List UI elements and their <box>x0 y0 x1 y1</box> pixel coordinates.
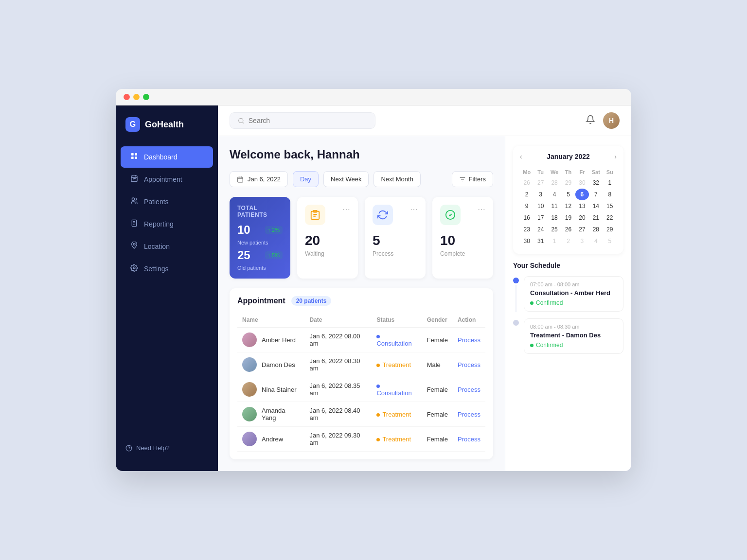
maximize-dot[interactable] <box>143 94 149 100</box>
calendar-day[interactable]: 5 <box>603 235 617 247</box>
calendar-day[interactable]: 18 <box>548 212 561 224</box>
complete-label: Complete <box>440 250 485 257</box>
next-week-filter-button[interactable]: Next Week <box>323 171 369 187</box>
waiting-icon-box <box>305 205 325 225</box>
calendar-day[interactable]: 15 <box>603 200 617 212</box>
date-picker-button[interactable]: Jan 6, 2022 <box>230 171 288 187</box>
calendar-day[interactable]: 4 <box>548 189 561 200</box>
calendar-next-button[interactable]: › <box>614 153 617 160</box>
calendar-day[interactable]: 28 <box>548 177 561 189</box>
calendar-day[interactable]: 21 <box>589 212 603 224</box>
filters-bar: Jan 6, 2022 Day Next Week Next Month Fil… <box>230 171 493 187</box>
calendar-day[interactable]: 23 <box>520 224 534 235</box>
calendar-day[interactable]: 8 <box>603 189 617 200</box>
calendar-day[interactable]: 9 <box>520 200 534 212</box>
need-help-link[interactable]: Need Help? <box>125 444 208 452</box>
center-panel: Welcome back, Hannah Jan 6, 2022 Day Nex… <box>218 136 505 471</box>
calendar-day[interactable]: 6 <box>575 189 589 200</box>
calendar-day[interactable]: 29 <box>603 224 617 235</box>
calendar-day[interactable]: 27 <box>534 177 547 189</box>
calendar-day[interactable]: 3 <box>575 235 589 247</box>
col-date: Date <box>304 313 372 328</box>
patients-icon <box>130 197 138 207</box>
complete-menu[interactable]: ⋯ <box>478 205 485 214</box>
process-card: ⋯ 5 Process <box>365 197 426 279</box>
titlebar <box>116 89 631 105</box>
process-label: Process <box>373 250 418 257</box>
calendar-day[interactable]: 22 <box>603 212 617 224</box>
svg-rect-0 <box>131 153 134 156</box>
calendar-day[interactable]: 3 <box>534 189 547 200</box>
settings-icon <box>130 264 138 274</box>
calendar-day[interactable]: 1 <box>603 177 617 189</box>
filter-icon <box>459 176 466 183</box>
calendar-day[interactable]: 1 <box>548 235 561 247</box>
calendar-day[interactable]: 19 <box>561 212 575 224</box>
calendar-day[interactable]: 27 <box>575 224 589 235</box>
search-input[interactable] <box>249 117 367 124</box>
patient-action[interactable]: Process <box>453 352 485 377</box>
calendar-day[interactable]: 13 <box>575 200 589 212</box>
svg-rect-11 <box>238 177 243 182</box>
calendar-day[interactable]: 30 <box>520 235 534 247</box>
timeline-dot <box>513 320 519 326</box>
patient-avatar <box>242 382 257 397</box>
calendar-day[interactable]: 2 <box>520 189 534 200</box>
minimize-dot[interactable] <box>133 94 140 100</box>
patient-action[interactable]: Process <box>453 402 485 427</box>
confirmed-dot <box>530 344 534 347</box>
calendar-day[interactable]: 31 <box>534 235 547 247</box>
need-help-label: Need Help? <box>136 444 170 452</box>
calendar-day[interactable]: 28 <box>589 224 603 235</box>
total-patients-title: Total Patients <box>237 205 283 218</box>
patient-name: Damon Des <box>262 361 295 368</box>
patient-gender: Male <box>422 352 453 377</box>
timeline <box>513 318 519 356</box>
location-icon <box>130 242 138 251</box>
calendar-day[interactable]: 2 <box>561 235 575 247</box>
calendar-day[interactable]: 7 <box>589 189 603 200</box>
search-box[interactable] <box>230 112 375 129</box>
calendar-day[interactable]: 25 <box>548 224 561 235</box>
sidebar-item-appointment[interactable]: Appointment <box>121 169 213 190</box>
timeline <box>513 276 519 314</box>
sidebar-item-reporting[interactable]: Reporting <box>121 213 213 235</box>
calendar-prev-button[interactable]: ‹ <box>520 153 522 160</box>
calendar-day[interactable]: 20 <box>575 212 589 224</box>
calendar-day[interactable]: 26 <box>520 177 534 189</box>
calendar-day[interactable]: 17 <box>534 212 547 224</box>
calendar-day[interactable]: 16 <box>520 212 534 224</box>
notification-bell[interactable] <box>586 115 595 127</box>
close-dot[interactable] <box>124 94 130 100</box>
day-filter-button[interactable]: Day <box>293 171 319 187</box>
appointment-header: Appointment 20 patients <box>237 296 485 306</box>
user-avatar[interactable]: H <box>603 112 620 129</box>
waiting-menu[interactable]: ⋯ <box>342 205 350 214</box>
calendar-day[interactable]: 12 <box>561 200 575 212</box>
sidebar-item-dashboard[interactable]: Dashboard <box>121 146 213 168</box>
calendar-day[interactable]: 10 <box>534 200 547 212</box>
calendar-day[interactable]: 29 <box>561 177 575 189</box>
sidebar-item-patients[interactable]: Patients <box>121 191 213 212</box>
calendar-day[interactable]: 4 <box>589 235 603 247</box>
calendar-day-header: Th <box>561 167 575 177</box>
calendar-day[interactable]: 30 <box>575 177 589 189</box>
process-menu[interactable]: ⋯ <box>410 205 418 214</box>
calendar-day[interactable]: 24 <box>534 224 547 235</box>
patient-name-cell: Andrew <box>237 427 304 452</box>
patient-action[interactable]: Process <box>453 427 485 452</box>
calendar-day[interactable]: 26 <box>561 224 575 235</box>
new-patients-count: 10 <box>237 223 250 237</box>
patient-gender: Female <box>422 328 453 352</box>
calendar-day[interactable]: 32 <box>589 177 603 189</box>
patient-action[interactable]: Process <box>453 377 485 402</box>
calendar-day[interactable]: 11 <box>548 200 561 212</box>
calendar-day[interactable]: 14 <box>589 200 603 212</box>
calendar-day[interactable]: 5 <box>561 189 575 200</box>
refresh-icon <box>377 210 388 220</box>
patient-action[interactable]: Process <box>453 328 485 352</box>
sidebar-item-location[interactable]: Location <box>121 236 213 257</box>
next-month-filter-button[interactable]: Next Month <box>374 171 420 187</box>
sidebar-item-settings[interactable]: Settings <box>121 258 213 280</box>
filters-button[interactable]: Filters <box>452 171 493 187</box>
